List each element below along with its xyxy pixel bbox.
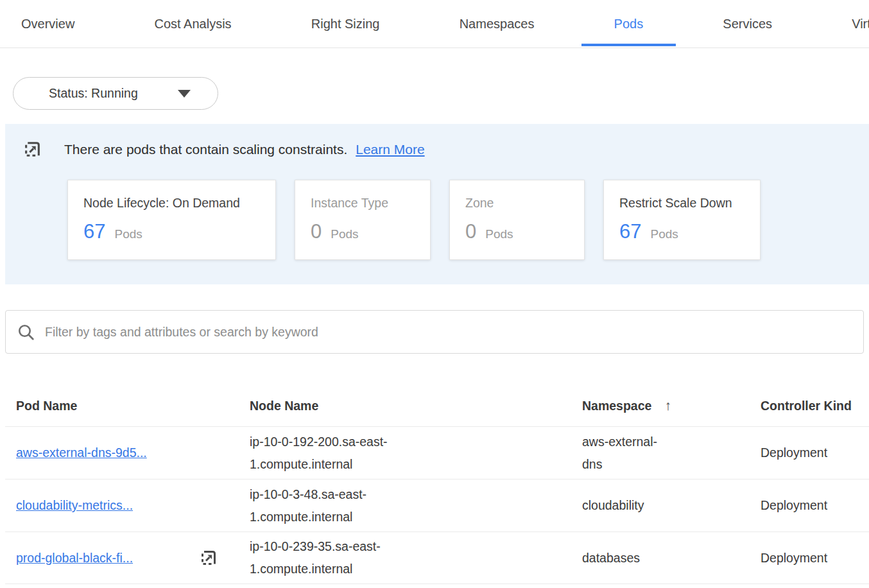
table-row: cloudability-metrics... ip-10-0-3-48.sa-… [5,479,869,532]
scale-out-icon [22,139,42,159]
tab-right-sizing[interactable]: Right Sizing [311,0,380,48]
card-value: 0 [311,220,322,243]
card-node-lifecycle[interactable]: Node Lifecycle: On Demand 67 Pods [67,180,276,260]
table-header: Pod Name Node Name Namespace ↑ Controlle… [5,385,869,426]
card-unit: Pods [650,227,678,241]
controller-kind-cell: Deployment [761,494,869,517]
learn-more-link[interactable]: Learn More [356,142,424,157]
filter-search-box [5,310,864,354]
card-value: 0 [465,220,476,243]
table-row: aws-external-dns-9d5... ip-10-0-192-200.… [5,426,869,479]
column-header-node-name[interactable]: Node Name [250,399,582,413]
node-name-cell: ip-10-0-192-200.sa-east-1.compute.intern… [250,431,424,476]
controller-kind-cell: Deployment [761,442,869,464]
status-filter-dropdown[interactable]: Status: Running [13,77,218,110]
constraint-cards: Node Lifecycle: On Demand 67 Pods Instan… [67,180,869,260]
pod-name-link[interactable]: prod-global-black-fi... [16,547,133,569]
tab-namespaces[interactable]: Namespaces [460,0,535,48]
card-value: 67 [83,220,105,243]
namespace-cell: aws-external-dns [582,431,669,476]
status-filter-label: Status: Running [49,86,138,101]
pod-name-link[interactable]: cloudability-metrics... [16,494,133,517]
card-title: Instance Type [311,196,415,211]
card-zone[interactable]: Zone 0 Pods [449,180,585,260]
table-row: prod-global-black-fi... ip-10-0-239-35.s… [5,532,869,584]
card-unit: Pods [485,227,513,241]
controller-kind-cell: Deployment [761,547,869,569]
namespace-cell: cloudability [582,494,669,517]
card-unit: Pods [331,227,358,241]
column-header-controller-kind[interactable]: Controller Kind [761,399,869,413]
pods-table: Pod Name Node Name Namespace ↑ Controlle… [5,385,869,584]
namespace-cell: databases [582,547,669,569]
node-name-cell: ip-10-0-239-35.sa-east-1.compute.interna… [250,535,424,580]
column-header-pod-name[interactable]: Pod Name [16,399,250,413]
tab-services[interactable]: Services [723,0,772,48]
tab-pods[interactable]: Pods [614,0,644,48]
column-header-namespace[interactable]: Namespace ↑ [582,398,761,413]
scale-out-icon [199,548,218,567]
card-restrict-scale-down[interactable]: Restrict Scale Down 67 Pods [603,180,761,260]
pod-name-link[interactable]: aws-external-dns-9d5... [16,442,147,464]
search-input[interactable] [45,325,852,340]
card-instance-type[interactable]: Instance Type 0 Pods [295,180,431,260]
scaling-constraints-banner: There are pods that contain scaling cons… [5,124,869,284]
card-title: Restrict Scale Down [619,196,744,211]
search-icon [17,324,35,341]
tab-cost-analysis[interactable]: Cost Analysis [155,0,232,48]
banner-message: There are pods that contain scaling cons… [64,142,347,157]
tab-overview[interactable]: Overview [21,0,74,48]
card-title: Zone [465,196,569,211]
node-name-cell: ip-10-0-3-48.sa-east-1.compute.internal [250,483,424,528]
chevron-down-icon [178,90,191,98]
tab-bar: Overview Cost Analysis Right Sizing Name… [0,0,869,48]
column-header-label: Namespace [582,399,651,413]
card-title: Node Lifecycle: On Demand [83,196,260,211]
tab-virtual[interactable]: Virtu [852,0,869,48]
card-unit: Pods [114,227,142,241]
sort-ascending-icon[interactable]: ↑ [664,398,671,413]
card-value: 67 [619,220,641,243]
